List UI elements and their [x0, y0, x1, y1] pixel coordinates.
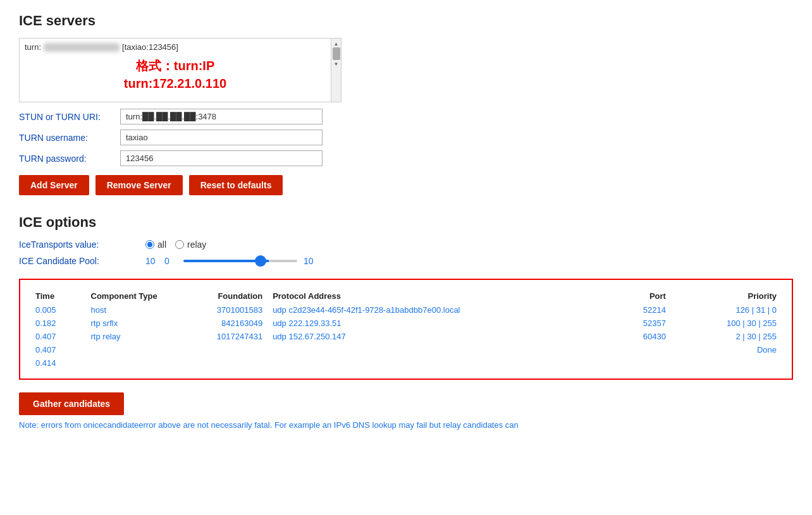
radio-all-label: all [157, 239, 166, 250]
cell-priority: Done [671, 343, 782, 356]
gather-candidates-button[interactable]: Gather candidates [19, 392, 124, 415]
uri-row: STUN or TURN URI: [19, 109, 793, 124]
cell-protocol: udp 222.129.33.51 [268, 317, 608, 330]
cell-protocol: udp c2d23e44-465f-42f1-9728-a1babdbb7e00… [268, 303, 608, 317]
options-grid: IceTransports value: all relay ICE Candi… [19, 239, 793, 266]
table-row: 0.005 host 3701001583 udp c2d23e44-465f-… [30, 303, 782, 317]
turn-credentials: [taxiao:123456] [122, 42, 178, 52]
table-row: 0.407 rtp relay 1017247431 udp 152.67.25… [30, 330, 782, 343]
ice-transports-controls: all relay [145, 239, 793, 250]
cell-port [608, 356, 671, 370]
server-list[interactable]: turn: [taxiao:123456] 格式：turn:IP turn:17… [20, 39, 331, 102]
ice-servers-section: ICE servers turn: [taxiao:123456] 格式：tur… [19, 13, 793, 195]
add-server-button[interactable]: Add Server [19, 175, 89, 195]
cell-component [86, 343, 173, 356]
cell-time: 0.182 [30, 317, 86, 330]
candidate-pool-controls: 10 0 10 [145, 256, 793, 266]
username-input[interactable] [120, 130, 323, 145]
cell-foundation: 3701001583 [173, 303, 268, 317]
cell-component: rtp relay [86, 330, 173, 343]
turn-prefix: turn: [25, 42, 41, 52]
cell-protocol: udp 152.67.250.147 [268, 330, 608, 343]
server-list-container[interactable]: turn: [taxiao:123456] 格式：turn:IP turn:17… [19, 38, 341, 102]
header-priority: Priority [671, 289, 782, 303]
password-input[interactable] [120, 150, 323, 166]
cell-component: host [86, 303, 173, 317]
cell-protocol [268, 356, 608, 370]
header-component: Component Type [86, 289, 173, 303]
pool-slider[interactable] [183, 260, 297, 262]
blurred-ip [44, 43, 120, 52]
cell-priority: 126 | 31 | 0 [671, 303, 782, 317]
radio-all-input[interactable] [145, 240, 154, 249]
password-row: TURN password: [19, 150, 793, 166]
username-row: TURN username: [19, 130, 793, 145]
format-hint-line1: 格式：turn:IP [25, 57, 326, 75]
radio-relay-option[interactable]: relay [175, 239, 206, 250]
cell-port: 52214 [608, 303, 671, 317]
username-label: TURN username: [19, 133, 120, 143]
password-label: TURN password: [19, 154, 120, 164]
server-buttons-row: Add Server Remove Server Reset to defaul… [19, 175, 793, 195]
cell-port: 60430 [608, 330, 671, 343]
ice-options-section: ICE options IceTransports value: all rel… [19, 214, 793, 266]
table-row: 0.182 rtp srflx 842163049 udp 222.129.33… [30, 317, 782, 330]
reset-defaults-button[interactable]: Reset to defaults [189, 175, 283, 195]
header-port: Port [608, 289, 671, 303]
radio-relay-label: relay [187, 239, 206, 250]
cell-time: 0.005 [30, 303, 86, 317]
cell-priority [671, 356, 782, 370]
candidate-pool-label: ICE Candidate Pool: [19, 256, 145, 266]
scroll-down-icon[interactable]: ▼ [333, 60, 340, 68]
pool-max-value: 10 [304, 256, 316, 266]
ice-servers-title: ICE servers [19, 13, 793, 29]
transport-radio-group: all relay [145, 239, 206, 250]
format-hint-line2: turn:172.21.0.110 [25, 75, 326, 92]
cell-port [608, 343, 671, 356]
note-text: Note: errors from onicecandidateerror ab… [19, 420, 793, 430]
cell-foundation [173, 343, 268, 356]
scrollbar-thumb[interactable] [333, 47, 340, 60]
table-header-row: Time Component Type Foundation Protocol … [30, 289, 782, 303]
cell-priority: 2 | 30 | 255 [671, 330, 782, 343]
format-hint: 格式：turn:IP turn:172.21.0.110 [25, 57, 326, 92]
cell-time: 0.414 [30, 356, 86, 370]
ice-transports-label: IceTransports value: [19, 239, 145, 250]
cell-time: 0.407 [30, 343, 86, 356]
server-list-item: turn: [taxiao:123456] [25, 42, 326, 52]
cell-component: rtp srflx [86, 317, 173, 330]
ice-options-title: ICE options [19, 214, 793, 231]
cell-time: 0.407 [30, 330, 86, 343]
cell-foundation [173, 356, 268, 370]
cell-protocol [268, 343, 608, 356]
cell-component [86, 356, 173, 370]
uri-label: STUN or TURN URI: [19, 112, 120, 122]
cell-priority: 100 | 30 | 255 [671, 317, 782, 330]
cell-foundation: 842163049 [173, 317, 268, 330]
candidates-container: Time Component Type Foundation Protocol … [19, 279, 793, 380]
header-time: Time [30, 289, 86, 303]
table-row: 0.407 Done [30, 343, 782, 356]
pool-min-value: 0 [164, 256, 177, 266]
pool-current-value: 10 [145, 256, 158, 266]
scrollbar[interactable]: ▲ ▼ [331, 39, 341, 102]
cell-port: 52357 [608, 317, 671, 330]
table-row: 0.414 [30, 356, 782, 370]
uri-input[interactable] [120, 109, 323, 124]
scroll-up-icon[interactable]: ▲ [333, 40, 340, 47]
header-foundation: Foundation [173, 289, 268, 303]
candidates-table: Time Component Type Foundation Protocol … [30, 289, 782, 370]
radio-relay-input[interactable] [175, 240, 184, 249]
header-protocol: Protocol Address [268, 289, 608, 303]
cell-foundation: 1017247431 [173, 330, 268, 343]
remove-server-button[interactable]: Remove Server [95, 175, 183, 195]
radio-all-option[interactable]: all [145, 239, 166, 250]
